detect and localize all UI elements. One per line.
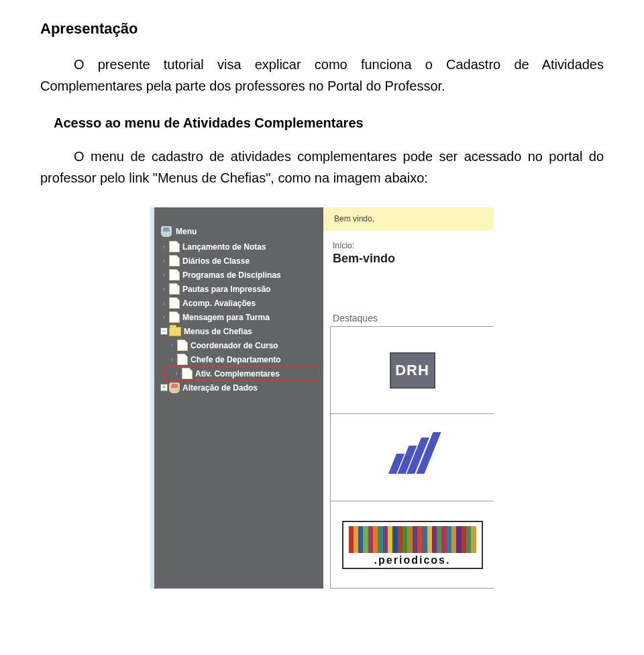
page-icon: [169, 311, 180, 323]
menu-item-alteracao[interactable]: + Alteração de Dados: [160, 381, 323, 395]
page-icon: [169, 297, 180, 309]
menu-item-mensagem[interactable]: Mensagem para Turma: [160, 310, 323, 324]
drh-logo: DRH: [390, 352, 435, 389]
menu-item-chefe-dep[interactable]: Chefe de Departamento: [160, 352, 323, 366]
menu-item-coordenador[interactable]: Coordenador de Curso: [160, 338, 323, 352]
heading-acesso: Acesso ao menu de Atividades Complementa…: [54, 115, 604, 131]
destaque-periodicos[interactable]: .periodicos.: [330, 501, 494, 589]
menu-item-ativ-compl[interactable]: Ativ. Complementares: [164, 366, 319, 381]
page-icon: [182, 368, 193, 379]
paragraph-intro: O presente tutorial visa explicar como f…: [40, 54, 604, 97]
person-icon: [169, 383, 180, 393]
bemvindo-heading: Bem-vindo: [333, 252, 494, 266]
menu-item-chefias[interactable]: − Menus de Chefias: [160, 324, 323, 338]
destaque-bars[interactable]: [330, 414, 494, 501]
menu-item-programas[interactable]: Programas de Disciplinas: [160, 268, 323, 282]
page-icon: [169, 269, 180, 281]
page-icon: [177, 340, 188, 351]
page-icon: [169, 283, 180, 295]
paragraph-acesso: O menu de cadastro de atividades complem…: [40, 146, 604, 189]
sidebar-menu: Menu Lançamento de Notas Diários de Clas…: [154, 207, 323, 589]
heading-apresentacao: Apresentação: [40, 20, 604, 38]
inicio-label: Início:: [333, 241, 494, 250]
menu-item-acomp[interactable]: Acomp. Avaliações: [160, 296, 323, 310]
periodicos-logo: .periodicos.: [342, 521, 483, 569]
page-icon: [177, 354, 188, 365]
welcome-bar: Bem vindo,: [323, 207, 494, 230]
content-column: Bem vindo, Início: Bem-vindo Destaques D…: [323, 207, 494, 589]
menu-header-icon: [161, 226, 172, 237]
screenshot: Menu Lançamento de Notas Diários de Clas…: [150, 207, 494, 589]
page-icon: [169, 241, 180, 252]
collapse-icon[interactable]: −: [160, 328, 168, 335]
menu-header-label: Menu: [176, 227, 197, 236]
expand-icon[interactable]: +: [160, 384, 168, 391]
menu-item-lancamento[interactable]: Lançamento de Notas: [160, 240, 323, 254]
menu-item-pautas[interactable]: Pautas para Impressão: [160, 282, 323, 296]
page-icon: [169, 255, 180, 266]
bars-logo-icon: [392, 432, 433, 474]
menu-item-diarios[interactable]: Diários de Classe: [160, 254, 323, 268]
destaque-drh[interactable]: DRH: [330, 327, 494, 414]
destaques-heading: Destaques: [333, 313, 494, 323]
folder-icon: [169, 327, 181, 336]
